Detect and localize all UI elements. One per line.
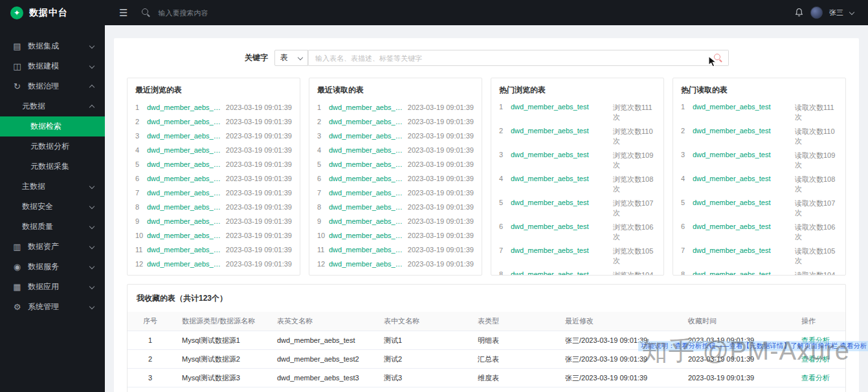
table-link[interactable]: dwd_member_aebs_test xyxy=(329,146,404,154)
topbar-search-input[interactable] xyxy=(157,8,299,17)
table-link[interactable]: dwd_member_aebs_test xyxy=(693,246,791,254)
table-cell: 测试3 xyxy=(375,373,469,383)
row-index: 4 xyxy=(317,146,329,154)
table-cell: 测试1 xyxy=(375,336,469,345)
table-link[interactable]: dwd_member_aebs_test xyxy=(329,217,404,225)
data-service-icon: ◉ xyxy=(12,262,23,272)
sidebar-item[interactable]: 数据质量 xyxy=(0,217,105,237)
row-meta: 2023-03-19 09:01:39 xyxy=(408,232,474,239)
table-link[interactable]: dwd_member_aebs_test xyxy=(693,151,791,158)
keyword-input[interactable] xyxy=(309,50,728,65)
row-index: 12 xyxy=(317,260,329,268)
sidebar-item[interactable]: ↻数据治理 xyxy=(0,76,105,96)
list-item: 4dwd_member_aebs_test2023-03-19 09:01:39 xyxy=(309,143,482,157)
table-link[interactable]: dwd_member_aebs_test xyxy=(147,246,222,254)
table-link[interactable]: dwd_member_aebs_test xyxy=(147,160,222,168)
table-link[interactable]: dwd_member_aebs_test xyxy=(693,127,791,135)
table-link[interactable]: dwd_member_aebs_test xyxy=(147,146,222,154)
list-item: 3dwd_member_aebs_test浏览次数109次 xyxy=(491,148,663,172)
table-link[interactable]: dwd_member_aebs_test xyxy=(329,189,404,197)
sidebar-item[interactable]: 元数据采集 xyxy=(0,157,105,177)
table-link[interactable]: dwd_member_aebs_test xyxy=(147,132,222,140)
table-link[interactable]: dwd_member_aebs_test xyxy=(147,175,222,182)
user-avatar[interactable] xyxy=(810,6,823,19)
column-header: 表类型 xyxy=(469,316,556,326)
table-link[interactable]: dwd_member_aebs_test xyxy=(329,103,404,111)
row-meta: 2023-03-19 09:01:39 xyxy=(408,246,474,254)
chevron-down-icon[interactable] xyxy=(849,9,854,14)
table-link[interactable]: dwd_member_aebs_test xyxy=(329,132,404,140)
row-meta: 2023-03-19 09:01:39 xyxy=(226,103,292,111)
sidebar-item[interactable]: ▦数据应用 xyxy=(0,277,105,297)
view-analysis-link[interactable]: 查看分析 xyxy=(801,355,830,363)
sidebar-item[interactable]: ⚙系统管理 xyxy=(0,297,105,317)
table-cell: 维度表 xyxy=(469,373,556,383)
row-meta: 读取次数108次 xyxy=(795,175,838,194)
table-link[interactable]: dwd_member_aebs_test xyxy=(147,118,222,125)
column-header: 表中文名称 xyxy=(375,316,469,326)
table-link[interactable]: dwd_member_aebs_test xyxy=(511,151,609,158)
panel-title: 热门浏览的表 xyxy=(491,78,663,100)
app-title: 数据中台 xyxy=(29,7,68,19)
sidebar-item[interactable]: 数据检索 xyxy=(0,116,105,136)
table-link[interactable]: dwd_member_aebs_test xyxy=(329,260,404,268)
list-item: 4dwd_member_aebs_test浏览次数108次 xyxy=(491,172,663,196)
table-link[interactable]: dwd_member_aebs_test xyxy=(147,103,222,111)
table-link[interactable]: dwd_member_aebs_test xyxy=(693,199,791,206)
table-link[interactable]: dwd_member_aebs_test xyxy=(147,260,222,268)
table-link[interactable]: dwd_member_aebs_test xyxy=(511,270,609,276)
row-meta: 2023-03-19 09:01:39 xyxy=(226,175,292,182)
hamburger-menu-icon[interactable]: ☰ xyxy=(119,7,128,19)
sidebar-item[interactable]: 数据安全 xyxy=(0,197,105,217)
table-link[interactable]: dwd_member_aebs_test xyxy=(329,118,404,125)
sidebar-item[interactable]: ◫数据建模 xyxy=(0,56,105,76)
sidebar-item[interactable]: 元数据分析 xyxy=(0,136,105,157)
chevron-down-icon xyxy=(89,243,95,248)
list-item: 12dwd_member_aebs_test2023-03-19 09:01:3… xyxy=(128,257,300,271)
table-link[interactable]: dwd_member_aebs_test xyxy=(693,223,791,230)
system-settings-icon: ⚙ xyxy=(12,302,23,312)
table-link[interactable]: dwd_member_aebs_test xyxy=(147,217,222,225)
row-meta: 2023-03-19 09:01:39 xyxy=(408,103,474,111)
list-item: 9dwd_member_aebs_test2023-03-19 09:01:39 xyxy=(309,214,482,228)
user-name[interactable]: 张三 xyxy=(829,8,843,17)
sidebar-item[interactable]: ▤数据集成 xyxy=(0,36,105,56)
row-meta: 2023-03-19 09:01:39 xyxy=(408,217,474,225)
table-link[interactable]: dwd_member_aebs_test xyxy=(329,203,404,211)
table-link[interactable]: dwd_member_aebs_test xyxy=(329,232,404,239)
table-link[interactable]: dwd_member_aebs_test xyxy=(511,175,609,182)
sidebar-item[interactable]: 主数据 xyxy=(0,177,105,197)
row-meta: 2023-03-19 09:01:39 xyxy=(408,189,474,197)
view-analysis-link[interactable]: 查看分析 xyxy=(801,374,830,382)
row-meta: 浏览次数110次 xyxy=(613,127,656,146)
notification-bell-icon[interactable] xyxy=(794,8,804,17)
keyword-search-icon[interactable] xyxy=(714,54,722,62)
table-link[interactable]: dwd_member_aebs_test xyxy=(329,246,404,254)
search-type-select[interactable]: 表 xyxy=(274,50,308,66)
chevron-down-icon xyxy=(89,203,95,208)
sidebar-item[interactable]: 元数据 xyxy=(0,96,105,116)
table-link[interactable]: dwd_member_aebs_test xyxy=(693,175,791,182)
chevron-down-icon xyxy=(89,183,95,188)
table-link[interactable]: dwd_member_aebs_test xyxy=(329,160,404,168)
table-link[interactable]: dwd_member_aebs_test xyxy=(511,199,609,206)
row-meta: 读取次数106次 xyxy=(795,223,838,242)
topbar-search xyxy=(142,8,299,17)
table-link[interactable]: dwd_member_aebs_test xyxy=(693,103,791,111)
table-link[interactable]: dwd_member_aebs_test xyxy=(147,203,222,211)
list-item: 6dwd_member_aebs_test浏览次数106次 xyxy=(491,220,663,244)
table-link[interactable]: dwd_member_aebs_test xyxy=(693,270,791,276)
row-index: 1 xyxy=(135,103,147,111)
table-link[interactable]: dwd_member_aebs_test xyxy=(147,189,222,197)
table-link[interactable]: dwd_member_aebs_test xyxy=(147,232,222,239)
table-cell: 汇总表 xyxy=(469,354,556,364)
table-link[interactable]: dwd_member_aebs_test xyxy=(511,246,609,254)
sidebar-item[interactable]: ◉数据服务 xyxy=(0,257,105,277)
table-link[interactable]: dwd_member_aebs_test xyxy=(511,103,609,111)
sidebar-item[interactable]: ▥数据资产 xyxy=(0,237,105,257)
table-link[interactable]: dwd_member_aebs_test xyxy=(511,223,609,230)
table-link[interactable]: dwd_member_aebs_test xyxy=(511,127,609,135)
table-cell: 张三/2023-03-19 09:01:39 xyxy=(556,354,679,364)
row-meta: 浏览次数105次 xyxy=(613,246,656,266)
table-link[interactable]: dwd_member_aebs_test xyxy=(329,175,404,182)
